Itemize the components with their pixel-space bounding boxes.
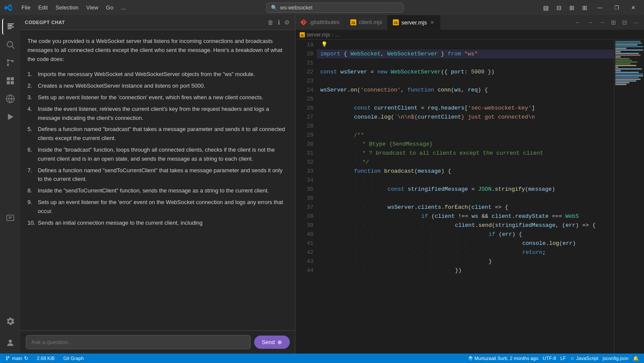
svg-rect-6: [7, 77, 10, 80]
code-line-29: · · · · /**: [317, 131, 614, 140]
title-bar: File Edit Selection View Go ... 🔍 ws-web…: [0, 0, 644, 15]
split-editor-icon[interactable]: ⊟: [620, 18, 629, 27]
side-panel-actions: 🗑 ℹ ⚙: [267, 18, 291, 27]
menu-selection[interactable]: Selection: [52, 3, 82, 12]
open-editors-icon[interactable]: ⊞: [609, 18, 618, 27]
go-forward-icon[interactable]: →: [585, 18, 595, 27]
status-bar-right: Murtuzaali Surti, 2 months ago UTF-8 LF …: [467, 354, 641, 363]
encoding-value: UTF-8: [543, 356, 556, 361]
menu-edit[interactable]: Edit: [35, 3, 51, 12]
maximize-button[interactable]: ❐: [610, 0, 623, 15]
status-bell[interactable]: 🔔: [631, 354, 641, 363]
svg-rect-8: [7, 81, 10, 84]
go-back-icon[interactable]: ←: [573, 18, 583, 27]
title-search-area: 🔍 ws-websocket: [134, 3, 537, 13]
status-branch[interactable]: main ↻: [3, 354, 30, 363]
search-icon: 🔍: [271, 5, 277, 11]
split-icon[interactable]: ⊟: [554, 3, 564, 12]
layout-icon[interactable]: ▤: [541, 3, 551, 12]
menu-file[interactable]: File: [18, 3, 34, 12]
status-encoding[interactable]: UTF-8: [541, 354, 558, 363]
send-button[interactable]: Send ⊕: [254, 336, 290, 349]
list-item: Defines a function named "sendToCurrentC…: [27, 165, 288, 186]
minimize-button[interactable]: —: [593, 0, 607, 15]
status-language[interactable]: {} JavaScript: [568, 354, 600, 363]
activity-settings-icon[interactable]: [2, 313, 18, 329]
tab-client-mjs[interactable]: JS client.mjs: [345, 15, 388, 30]
menu-view[interactable]: View: [83, 3, 102, 12]
side-panel-title: CODEGPT CHAT: [25, 20, 65, 25]
code-content[interactable]: 💡 import { WebSocket, WebSocketServer } …: [317, 40, 614, 354]
info-icon[interactable]: ℹ: [277, 18, 281, 27]
activity-extensions-icon[interactable]: [2, 73, 18, 89]
git-icon: [301, 19, 307, 25]
delete-chat-icon[interactable]: 🗑: [267, 18, 274, 27]
main-area: CODEGPT CHAT 🗑 ℹ ⚙ The code you provided…: [0, 15, 644, 354]
list-item: Sends an initial connection message to t…: [27, 217, 288, 229]
js-active-icon: JS: [393, 19, 399, 25]
grid-icon[interactable]: ⊞: [580, 3, 589, 12]
code-line-34: · · · · · · · ·: [317, 176, 614, 185]
code-line-25: [317, 95, 614, 104]
activity-codegpt-icon[interactable]: [2, 210, 18, 226]
svg-point-3: [7, 64, 9, 66]
breadcrumb-extra[interactable]: ...: [335, 32, 340, 38]
activity-remote-icon[interactable]: [2, 91, 18, 107]
svg-point-22: [470, 357, 471, 359]
settings-panel-icon[interactable]: ⚙: [283, 18, 291, 27]
status-jsconfig[interactable]: jsconfig.json: [601, 354, 630, 363]
menu-more[interactable]: ...: [118, 3, 129, 12]
search-box[interactable]: 🔍 ws-websocket: [266, 3, 404, 13]
list-item: Inside the "sendToCurrentClient" functio…: [27, 185, 288, 197]
code-line-26: · · · · const currentClient = req.header…: [317, 104, 614, 113]
git-graph-label: Git Graph: [63, 356, 84, 361]
sync-icon: ↻: [24, 355, 28, 361]
code-line-23: [317, 76, 614, 85]
send-icon: ⊕: [277, 339, 282, 345]
code-line-39: · · · · · · · · · · · · · · · · client.s…: [317, 221, 614, 230]
js-icon: JS: [350, 19, 356, 25]
code-line-35: · · · · · · · · const stringifiedMessage…: [317, 185, 614, 194]
title-bar-right: ▤ ⊟ ⊞ ⊞ — ❐ ✕: [541, 0, 640, 15]
activity-source-control-icon[interactable]: [2, 55, 18, 71]
list-item: Imports the necessary WebSocket and WebS…: [27, 69, 288, 80]
lightbulb-icon: 💡: [321, 40, 328, 49]
editor-area: .gitattributes JS client.mjs JS server.m…: [295, 15, 644, 354]
activity-explorer-icon[interactable]: [2, 18, 18, 35]
svg-rect-7: [11, 77, 14, 80]
status-line-ending[interactable]: LF: [559, 354, 568, 363]
code-line-36: [317, 194, 614, 203]
list-item: Defines a function named "broadcast" tha…: [27, 124, 288, 144]
tab-close-icon[interactable]: ✕: [429, 19, 435, 26]
status-git-graph[interactable]: Git Graph: [61, 354, 85, 363]
list-item: Inside the "broadcast" function, loops t…: [27, 144, 288, 165]
code-line-31: · · · · · * ? broadcast to all clients e…: [317, 149, 614, 158]
close-button[interactable]: ✕: [627, 0, 640, 15]
menu-go[interactable]: Go: [103, 3, 117, 12]
file-size-value: 2.68 KiB: [37, 356, 55, 361]
code-line-37: · · · · · · · · wsServer.clients.forEach…: [317, 203, 614, 212]
breadcrumb-file[interactable]: server.mjs: [307, 32, 330, 38]
more-actions-icon[interactable]: ···: [631, 18, 641, 27]
activity-account-icon[interactable]: [2, 335, 18, 351]
breadcrumb: JS server.mjs › ...: [295, 30, 644, 40]
activity-search-icon[interactable]: [2, 37, 18, 53]
svg-point-12: [9, 340, 12, 343]
list-item: Creates a new WebSocketServer instance a…: [27, 80, 288, 92]
minimap-content: [614, 40, 644, 86]
go-forward-2-icon[interactable]: →: [597, 18, 607, 27]
code-line-30: · · · · · * @type {SendMessage}: [317, 140, 614, 149]
line-ending-value: LF: [560, 356, 566, 361]
vscode-logo-icon: [4, 4, 12, 12]
code-line-32: · · · · · */: [317, 158, 614, 167]
title-bar-left: File Edit Selection View Go ...: [4, 3, 129, 12]
tab-label: server.mjs: [401, 19, 427, 26]
status-git-blame[interactable]: Murtuzaali Surti, 2 months ago: [467, 354, 540, 363]
tab-server-mjs[interactable]: JS server.mjs ✕: [388, 15, 440, 30]
panel-icon[interactable]: ⊞: [567, 3, 577, 12]
tab-gitattributes[interactable]: .gitattributes: [295, 15, 345, 30]
activity-run-icon[interactable]: [2, 109, 18, 125]
status-file-size[interactable]: 2.68 KiB: [35, 354, 57, 363]
chat-input[interactable]: [26, 335, 251, 349]
code-line-33: · · · · function broadcast(message) {: [317, 167, 614, 176]
